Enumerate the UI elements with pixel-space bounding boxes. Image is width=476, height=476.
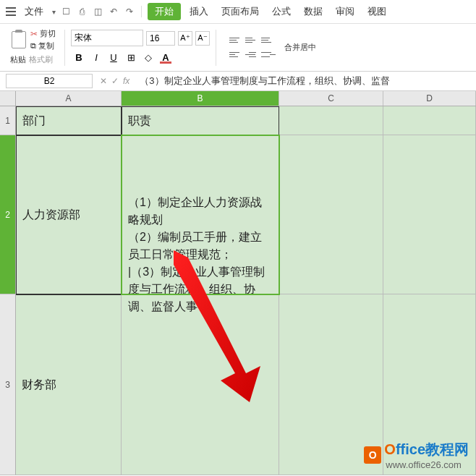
increase-font-button[interactable]: A⁺ <box>178 31 192 46</box>
tab-formula[interactable]: 公式 <box>268 4 295 20</box>
redo-icon[interactable]: ↷ <box>124 6 135 17</box>
formula-bar-row: B2 ✕ ✓ fx （3）制定企业人事管理制度与工作流程，组织、协调、监督 <box>0 72 476 91</box>
menubar: 文件 ▾ ☐ ⎙ ◫ ↶ ↷ 开始 插入 页面布局 公式 数据 审阅 视图 <box>0 0 476 24</box>
font-color-button[interactable]: A <box>158 49 174 65</box>
menu-file[interactable]: 文件 <box>20 4 48 20</box>
clipboard-icon <box>12 31 26 48</box>
bold-button[interactable]: B <box>71 49 87 65</box>
column-header-a[interactable]: A <box>16 91 122 106</box>
cells-grid: 部门 职责 人力资源部 （1）制定企业人力资源战略规划 （2）编制员工手册，建立… <box>16 106 476 475</box>
ribbon-separator <box>64 30 65 66</box>
select-all-corner[interactable] <box>0 91 16 106</box>
cut-label: 剪切 <box>40 28 56 39</box>
paste-button[interactable] <box>9 30 29 50</box>
copy-label: 复制 <box>38 41 54 51</box>
row-headers: 1 2 3 <box>0 106 16 475</box>
align-top-button[interactable] <box>229 35 244 46</box>
italic-button[interactable]: I <box>88 49 104 65</box>
tab-insert[interactable]: 插入 <box>185 4 213 20</box>
watermark-brand: Office教程网 <box>384 440 469 459</box>
font-size-select[interactable]: 16 <box>146 31 175 46</box>
column-headers: A B C D <box>0 91 476 106</box>
undo-icon[interactable]: ↶ <box>108 6 119 17</box>
copy-button[interactable]: ⧉复制 <box>30 41 56 51</box>
cell-b2-text: （1）制定企业人力资源战略规划 （2）编制员工手册，建立员工日常管理规范； |（… <box>128 194 273 315</box>
clipboard-group: ✂剪切 ⧉复制 粘贴 格式刷 <box>6 28 59 67</box>
row-header-3[interactable]: 3 <box>0 294 16 475</box>
formula-bar[interactable]: （3）制定企业人事管理制度与工作流程，组织、协调、监督 <box>137 73 470 89</box>
cell-a2[interactable]: 人力资源部 <box>16 135 122 294</box>
cell-a1[interactable]: 部门 <box>16 106 122 135</box>
save-icon[interactable]: ☐ <box>60 6 72 17</box>
merge-button[interactable]: 合并居中 <box>284 42 316 53</box>
column-header-b[interactable]: B <box>122 91 279 106</box>
hamburger-icon[interactable] <box>6 7 16 16</box>
font-group: 宋体 16 A⁺ A⁻ B I U ⊞ ◇ A <box>71 30 210 65</box>
align-bottom-button[interactable] <box>261 35 276 46</box>
cell-d2[interactable] <box>383 135 476 294</box>
scissors-icon: ✂ <box>30 29 38 39</box>
name-box[interactable]: B2 <box>6 74 93 88</box>
watermark-url: www.office26.com <box>386 459 469 470</box>
copy-icon: ⧉ <box>30 41 36 51</box>
paste-label: 粘贴 <box>10 54 26 65</box>
format-painter-button[interactable]: 格式刷 <box>27 53 54 67</box>
cell-a2-text: 人力资源部 <box>22 206 80 224</box>
cancel-icon[interactable]: ✕ <box>100 76 107 86</box>
ribbon: ✂剪切 ⧉复制 粘贴 格式刷 宋体 16 A⁺ A⁻ B I U ⊞ ◇ A <box>0 24 476 72</box>
spreadsheet-area: A B C D 1 2 3 部门 职责 人力资源部 （1）制定企业人力资源战略规… <box>0 91 476 475</box>
print-icon[interactable]: ⎙ <box>76 6 88 17</box>
column-header-d[interactable]: D <box>383 91 476 106</box>
preview-icon[interactable]: ◫ <box>92 6 103 17</box>
cell-c2[interactable] <box>279 135 383 294</box>
ribbon-separator-2 <box>216 30 216 66</box>
decrease-font-button[interactable]: A⁻ <box>195 31 210 46</box>
underline-button[interactable]: U <box>106 49 122 65</box>
cell-b2[interactable]: （1）制定企业人力资源战略规划 （2）编制员工手册，建立员工日常管理规范； |（… <box>122 135 279 294</box>
confirm-icon[interactable]: ✓ <box>111 76 119 86</box>
tab-view[interactable]: 视图 <box>363 4 391 20</box>
file-dropdown-icon[interactable]: ▾ <box>52 8 56 16</box>
watermark-icon: O <box>364 446 381 464</box>
align-center-button[interactable] <box>245 49 260 61</box>
cell-a1-text: 部门 <box>22 112 46 129</box>
cut-button[interactable]: ✂剪切 <box>30 28 56 39</box>
tab-start[interactable]: 开始 <box>148 3 181 20</box>
column-header-c[interactable]: C <box>279 91 383 106</box>
tab-data[interactable]: 数据 <box>299 4 327 20</box>
align-left-button[interactable] <box>229 49 244 61</box>
cell-a3[interactable]: 财务部 <box>16 294 122 475</box>
font-name-select[interactable]: 宋体 <box>71 30 143 46</box>
row-header-1[interactable]: 1 <box>0 106 16 135</box>
qat-separator <box>141 6 142 17</box>
tab-review[interactable]: 审阅 <box>331 4 359 20</box>
fill-color-button[interactable]: ◇ <box>140 49 156 65</box>
alignment-group <box>229 35 276 61</box>
cell-b3[interactable] <box>122 294 279 475</box>
align-right-button[interactable] <box>261 49 276 61</box>
cell-c1[interactable] <box>279 106 383 135</box>
cell-b1[interactable]: 职责 <box>122 106 279 135</box>
fx-icon[interactable]: fx <box>123 76 129 86</box>
tab-pagelayout[interactable]: 页面布局 <box>217 4 263 20</box>
cell-b1-text: 职责 <box>128 112 151 129</box>
align-middle-button[interactable] <box>245 35 260 46</box>
border-button[interactable]: ⊞ <box>123 49 139 65</box>
cell-d1[interactable] <box>383 106 476 135</box>
row-header-2[interactable]: 2 <box>0 135 16 294</box>
cell-a3-text: 财务部 <box>22 376 56 394</box>
watermark: O Office教程网 www.office26.com <box>364 440 469 470</box>
